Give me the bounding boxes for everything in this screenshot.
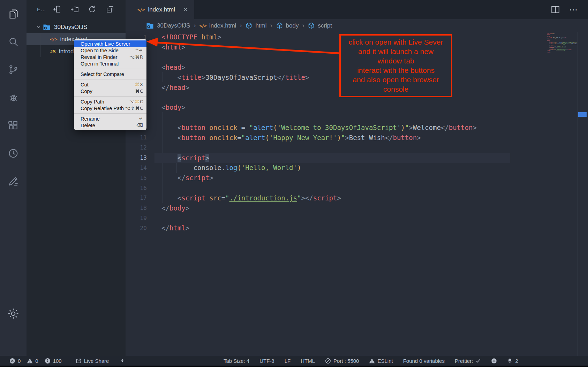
status-item-label: Found 0 variables bbox=[403, 358, 445, 364]
tree-item-30daysofjs[interactable]: 30DaysOfJS bbox=[27, 21, 126, 33]
activity-item-explorer[interactable] bbox=[0, 0, 27, 28]
menu-item-delete[interactable]: Delete⌫ bbox=[74, 122, 146, 129]
share-icon bbox=[76, 358, 82, 364]
code-line-8[interactable]: 8<body> bbox=[126, 102, 588, 113]
extensions-icon bbox=[8, 120, 19, 131]
status-item-feedback-smiley[interactable] bbox=[491, 358, 497, 364]
status-item-eslint[interactable]: ESLint bbox=[369, 358, 393, 364]
status-item-live-server-port[interactable]: Port : 5500 bbox=[325, 358, 359, 364]
breadcrumb-item-script[interactable]: script bbox=[308, 22, 332, 29]
status-item-encoding[interactable]: UTF-8 bbox=[259, 358, 274, 364]
lightning-icon bbox=[120, 358, 125, 364]
menu-item-copy[interactable]: Copy⌘C bbox=[74, 88, 146, 94]
status-item-warnings[interactable]: 0 bbox=[27, 358, 38, 364]
status-item-notifications[interactable]: 2 bbox=[507, 358, 518, 364]
activity-item-search[interactable] bbox=[0, 28, 27, 56]
code-line-13[interactable]: 13 <script> bbox=[126, 153, 588, 163]
activity-item-settings[interactable] bbox=[0, 304, 27, 323]
code-line-text: </head> bbox=[161, 84, 189, 91]
code-line-19[interactable]: 19 bbox=[126, 213, 588, 223]
menu-item-copy-relative-path[interactable]: Copy Relative Path⌥⇧⌘C bbox=[74, 105, 146, 112]
line-number: 15 bbox=[126, 175, 147, 181]
gear-icon bbox=[7, 308, 19, 320]
refresh-icon[interactable] bbox=[88, 5, 97, 14]
new-file-icon[interactable] bbox=[52, 5, 61, 14]
code-line-12[interactable]: 12 bbox=[126, 143, 588, 153]
annotation-box: click on open with Live Severand it will… bbox=[339, 34, 452, 97]
code-line-11[interactable]: 11 <button onclick="alert('Happy New Yea… bbox=[126, 132, 588, 143]
collapse-all-icon[interactable] bbox=[106, 5, 114, 14]
status-item-live-share[interactable]: Live Share bbox=[76, 358, 109, 364]
breadcrumb-label: body bbox=[286, 22, 299, 29]
status-item-label: 100 bbox=[53, 358, 62, 364]
new-folder-icon[interactable] bbox=[70, 5, 79, 14]
code-line-14[interactable]: 14 console.log('Hello, World') bbox=[126, 163, 588, 173]
window-bottom-edge bbox=[0, 366, 588, 367]
folder-icon bbox=[146, 22, 154, 30]
status-item-errors[interactable]: 0 bbox=[9, 358, 21, 364]
bell-icon bbox=[507, 358, 513, 364]
code-line-text: <html> bbox=[161, 43, 186, 51]
feedback-icon bbox=[8, 176, 19, 187]
line-number: 17 bbox=[126, 194, 147, 201]
menu-item-label: Reveal in Finder bbox=[81, 54, 118, 60]
status-bar: 00100Live Share Tab Size: 4UTF-8LFHTMLPo… bbox=[0, 356, 588, 366]
menu-item-shortcut: ↵ bbox=[139, 116, 143, 121]
code-line-text: </script> bbox=[161, 174, 213, 182]
code-line-text: <head> bbox=[161, 63, 186, 71]
status-item-variables[interactable]: Found 0 variables bbox=[403, 358, 445, 364]
breadcrumb-item-html[interactable]: html bbox=[245, 22, 266, 29]
activity-item-extensions[interactable] bbox=[0, 112, 27, 139]
activity-item-history[interactable] bbox=[0, 139, 27, 167]
code-line-text: <button onclick="alert('Happy New Year!'… bbox=[161, 134, 421, 142]
status-item-tab-size[interactable]: Tab Size: 4 bbox=[224, 358, 249, 364]
menu-item-cut[interactable]: Cut⌘X bbox=[74, 81, 146, 88]
code-line-17[interactable]: 17 <script src="./introduction.js"></scr… bbox=[126, 193, 588, 203]
menu-item-label: Delete bbox=[81, 123, 95, 128]
menu-item-open-in-terminal[interactable]: Open in Terminal bbox=[74, 60, 146, 67]
line-number: 16 bbox=[126, 185, 147, 191]
code-line-18[interactable]: 18</body> bbox=[126, 203, 588, 213]
tab-index-html[interactable]: </> index.html × bbox=[126, 0, 194, 19]
status-item-prettier[interactable]: Prettier: bbox=[455, 358, 481, 364]
chevron-down-icon[interactable] bbox=[36, 24, 41, 30]
minimap[interactable]: <!DOCTYPE html><html> <head> <title>30Da… bbox=[547, 33, 577, 54]
status-item-language-mode[interactable]: HTML bbox=[301, 358, 315, 364]
code-line-text: <button onclick = "alert('Welcome to 30D… bbox=[161, 124, 477, 131]
status-item-lightning[interactable] bbox=[120, 358, 125, 364]
breadcrumb-item-30daysofjs[interactable]: 30DaysOfJS bbox=[146, 22, 190, 30]
menu-item-label: Open with Live Server bbox=[81, 41, 130, 47]
split-editor-icon[interactable] bbox=[550, 0, 560, 19]
activity-item-run-debug[interactable] bbox=[0, 84, 27, 112]
more-actions-icon[interactable]: ⋯ bbox=[569, 0, 578, 19]
warning-icon bbox=[27, 358, 33, 364]
code-line-10[interactable]: 10 <button onclick = "alert('Welcome to … bbox=[126, 123, 588, 133]
code-line-16[interactable]: 16 bbox=[126, 183, 588, 193]
status-left: 00100Live Share bbox=[9, 356, 125, 366]
close-icon[interactable]: × bbox=[183, 6, 188, 14]
status-item-label: UTF-8 bbox=[259, 358, 274, 364]
activity-item-source-control[interactable] bbox=[0, 56, 27, 84]
menu-item-select-for-compare[interactable]: Select for Compare bbox=[74, 71, 146, 77]
menu-item-open-to-the-side[interactable]: Open to the Side^↵ bbox=[74, 47, 146, 54]
breadcrumb-item-body[interactable]: body bbox=[276, 22, 299, 29]
breadcrumb-separator: › bbox=[270, 22, 272, 29]
menu-item-rename[interactable]: Rename↵ bbox=[74, 115, 146, 122]
menu-item-label: Open to the Side bbox=[81, 48, 119, 53]
status-item-eol[interactable]: LF bbox=[285, 358, 291, 364]
code-line-20[interactable]: 20</html> bbox=[126, 223, 588, 233]
menu-item-copy-path[interactable]: Copy Path⌥⌘C bbox=[74, 98, 146, 105]
annotation-line: and also open the browser bbox=[341, 75, 451, 84]
status-item-info[interactable]: 100 bbox=[45, 358, 62, 364]
menu-item-shortcut: ⌥⇧⌘C bbox=[125, 106, 143, 111]
activity-item-feedback[interactable] bbox=[0, 167, 27, 195]
annotation-line: console bbox=[341, 84, 451, 94]
code-line-9[interactable]: 9 bbox=[126, 113, 588, 123]
breadcrumb-item-index-html[interactable]: </>index.html bbox=[199, 22, 236, 29]
code-line-text: </body> bbox=[161, 204, 189, 212]
menu-item-open-with-live-server[interactable]: Open with Live Server bbox=[74, 40, 146, 47]
menu-item-reveal-in-finder[interactable]: Reveal in Finder⌥⌘R bbox=[74, 54, 146, 60]
warning-icon bbox=[369, 358, 375, 364]
menu-separator bbox=[74, 79, 146, 79]
code-line-15[interactable]: 15 </script> bbox=[126, 173, 588, 183]
